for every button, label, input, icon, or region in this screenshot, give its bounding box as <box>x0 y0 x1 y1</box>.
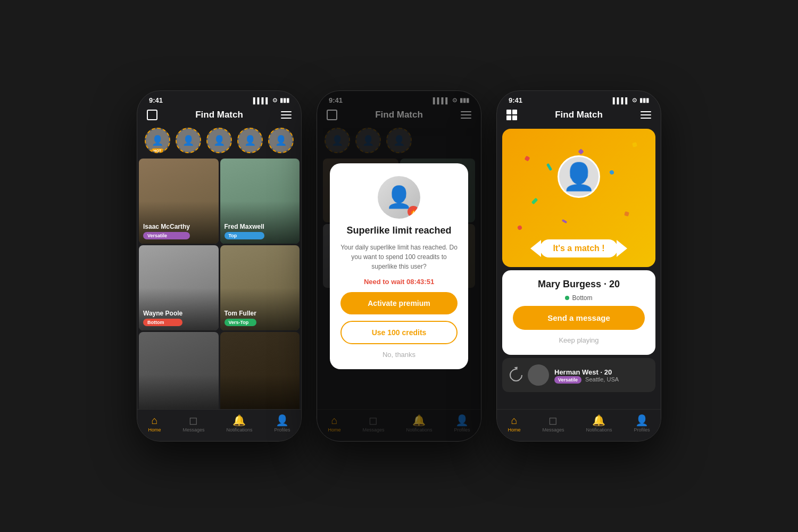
story-hot[interactable]: 👤 <box>145 128 170 153</box>
grid-cell-3 <box>506 115 511 120</box>
phone-2: 9:41 ▌▌▌▌ ⊙ ▮▮▮ Find Match 👤 👤 👤 <box>317 90 481 442</box>
status-bar-3: 9:41 ▌▌▌▌ ⊙ ▮▮▮ <box>497 91 661 106</box>
nav-label-messages-1: Messages <box>182 427 204 433</box>
card-name-3: Wayne Poole <box>143 310 182 317</box>
phones-container: 9:41 ▌▌▌▌ ⊙ ▮▮▮ Find Match 👤 👤 👤 <box>137 90 661 442</box>
status-icons-3: ▌▌▌▌ ⊙ ▮▮▮ <box>613 97 649 104</box>
time-1: 9:41 <box>149 96 163 104</box>
reset-icon[interactable] <box>507 366 525 384</box>
card-info-1: Isaac McCarthy Versatile <box>143 223 190 239</box>
match-name: Mary Burgess · 20 <box>538 279 620 290</box>
avatar-img-5: 👤 <box>269 129 293 152</box>
avatar-img-2: 👤 <box>177 129 200 152</box>
card-inner-3: Wayne Poole Bottom <box>139 245 219 330</box>
modal-overlay: 👤 🔥 Superlike limit reached Your daily s… <box>317 91 481 441</box>
grid-card-3[interactable]: Wayne Poole Bottom <box>139 245 219 330</box>
messages-icon-3: ◻ <box>548 415 558 426</box>
nav-profiles-1[interactable]: 👤 Profiles <box>274 415 290 433</box>
signal-icon-1: ▌▌▌▌ <box>253 97 270 104</box>
its-a-match-label: It's a match ! <box>540 239 617 257</box>
nav-label-home-1: Home <box>148 427 161 433</box>
grid-card-5[interactable] <box>139 332 219 417</box>
nav-label-profiles-3: Profiles <box>634 427 650 433</box>
stories-row-1: 👤 👤 👤 👤 👤 <box>137 126 301 159</box>
person-details: Herman West · 20 Versatile Seattle, USA <box>554 368 648 383</box>
nav-label-messages-3: Messages <box>542 427 564 433</box>
nav-home-3[interactable]: ⌂ Home <box>508 415 520 433</box>
nav-label-home-3: Home <box>508 427 520 433</box>
online-dot <box>565 296 569 300</box>
bottom-nav-1: ⌂ Home ◻ Messages 🔔 Notifications 👤 Prof… <box>137 409 301 441</box>
no-thanks-button[interactable]: No, thanks <box>383 351 415 359</box>
card-info-3: Wayne Poole Bottom <box>143 310 182 326</box>
profile-icon-1: 👤 <box>276 415 289 426</box>
nav-profiles-3[interactable]: 👤 Profiles <box>634 415 650 433</box>
nav-messages-1[interactable]: ◻ Messages <box>182 415 204 433</box>
superlike-modal: 👤 🔥 Superlike limit reached Your daily s… <box>330 163 468 369</box>
card-inner-6 <box>220 332 300 417</box>
person-meta: Versatile Seattle, USA <box>554 376 648 383</box>
grid-card-6[interactable] <box>220 332 300 417</box>
nav-home-1[interactable]: ⌂ Home <box>148 415 161 433</box>
story-5[interactable]: 👤 <box>268 128 294 153</box>
header-3: Find Match <box>497 106 661 126</box>
grid-card-4[interactable]: Tom Fuller Vers-Top <box>220 245 300 330</box>
match-status: Bottom <box>565 294 592 302</box>
time-3: 9:41 <box>509 96 522 104</box>
signal-icon-3: ▌▌▌▌ <box>613 97 629 104</box>
status-icons-1: ▌▌▌▌ ⊙ ▮▮▮ <box>253 97 289 104</box>
keep-playing-button[interactable]: Keep playing <box>556 334 601 346</box>
card-info-4: Tom Fuller Vers-Top <box>225 310 256 326</box>
person-card: Herman West · 20 Versatile Seattle, USA <box>502 358 655 392</box>
nav-label-notif-1: Notifications <box>226 427 252 433</box>
match-user-avatar: 👤 <box>558 155 600 198</box>
messages-icon-1: ◻ <box>189 415 198 426</box>
notif-icon-3: 🔔 <box>592 415 605 426</box>
status-bar-1: 9:41 ▌▌▌▌ ⊙ ▮▮▮ <box>137 91 301 106</box>
wait-label: Need to wait <box>364 278 405 286</box>
card-name-4: Tom Fuller <box>225 310 256 317</box>
nav-notifications-3[interactable]: 🔔 Notifications <box>586 415 612 433</box>
send-message-button[interactable]: Send a message <box>513 306 645 330</box>
header-1: Find Match <box>137 106 301 126</box>
grid-card-1[interactable]: Isaac McCarthy Versatile <box>139 159 219 244</box>
nav-messages-3[interactable]: ◻ Messages <box>542 415 564 433</box>
modal-title: Superlike limit reached <box>346 225 451 236</box>
profile-grid-1: Isaac McCarthy Versatile Fred Maxwell To… <box>137 159 301 417</box>
activate-premium-button[interactable]: Activate premium <box>340 292 458 314</box>
profile-icon-3: 👤 <box>635 415 649 426</box>
story-2[interactable]: 👤 <box>176 128 201 153</box>
card-name-2: Fred Maxwell <box>225 223 264 230</box>
title-3: Find Match <box>555 110 603 120</box>
title-1: Find Match <box>195 110 243 120</box>
nav-label-notif-3: Notifications <box>586 427 612 433</box>
wifi-icon-1: ⊙ <box>272 97 277 104</box>
grid-card-2[interactable]: Fred Maxwell Top <box>220 159 300 244</box>
wifi-icon-3: ⊙ <box>632 97 637 104</box>
avatar-img-hot: 👤 <box>146 129 169 152</box>
story-4[interactable]: 👤 <box>237 128 263 153</box>
person-badge: Versatile <box>554 376 581 384</box>
card-badge-1: Versatile <box>143 232 190 239</box>
square-icon-1[interactable] <box>147 110 157 120</box>
use-credits-button[interactable]: Use 100 credits <box>340 321 458 344</box>
card-info-2: Fred Maxwell Top <box>225 223 264 239</box>
grid-icon-3[interactable] <box>506 110 517 120</box>
bottom-nav-3: ⌂ Home ◻ Messages 🔔 Notifications 👤 Prof… <box>497 409 661 441</box>
menu-icon-3[interactable] <box>641 111 651 119</box>
card-inner-4: Tom Fuller Vers-Top <box>220 245 300 330</box>
card-inner-5 <box>139 332 219 417</box>
match-banner: 👤 It's a match ! <box>502 129 655 267</box>
match-info-card: Mary Burgess · 20 Bottom Send a message … <box>502 270 655 355</box>
person-mini-avatar <box>528 364 549 386</box>
card-inner-1: Isaac McCarthy Versatile <box>139 159 219 244</box>
card-badge-2: Top <box>225 232 264 239</box>
nav-label-profiles-1: Profiles <box>274 427 290 433</box>
phone-3: 9:41 ▌▌▌▌ ⊙ ▮▮▮ Find Match <box>496 90 661 442</box>
story-3[interactable]: 👤 <box>206 128 232 153</box>
phone-1: 9:41 ▌▌▌▌ ⊙ ▮▮▮ Find Match 👤 👤 👤 <box>137 90 302 442</box>
nav-notifications-1[interactable]: 🔔 Notifications <box>226 415 252 433</box>
fire-badge-icon: 🔥 <box>408 206 419 218</box>
card-inner-2: Fred Maxwell Top <box>220 159 300 244</box>
menu-icon-1[interactable] <box>281 111 292 119</box>
